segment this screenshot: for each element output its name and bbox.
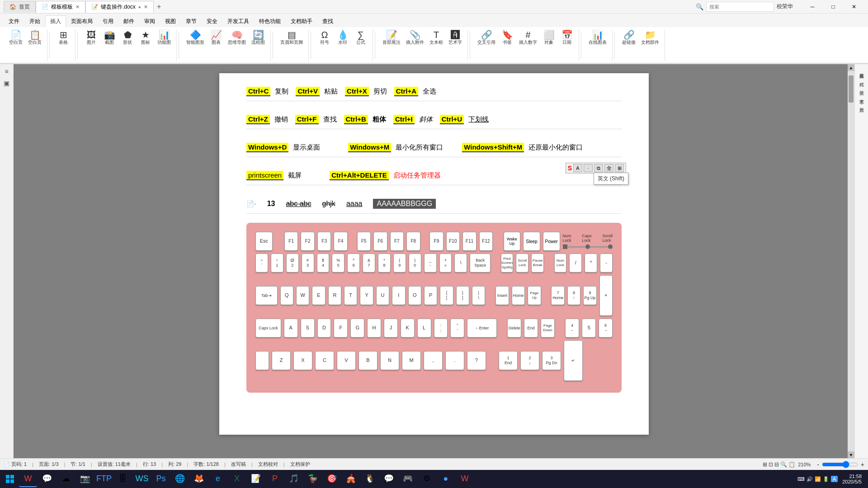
smart-shape-button[interactable]: 🔷智能图形 xyxy=(184,29,206,47)
key-c[interactable]: C xyxy=(315,351,334,370)
key-f4[interactable]: F4 xyxy=(334,232,348,251)
tab-layout[interactable]: 页面布局 xyxy=(66,15,98,27)
taskbar-firefox-button[interactable]: 🦊 xyxy=(190,471,208,487)
taskbar-game2-button[interactable]: 🎪 xyxy=(342,471,360,487)
key-6[interactable]: ^6 xyxy=(347,253,360,272)
key-q[interactable]: Q xyxy=(280,286,293,305)
ime-tray[interactable]: A xyxy=(831,476,838,482)
taskbar-blue-button[interactable]: ● xyxy=(437,471,455,487)
func-draw-button[interactable]: 📊功能图 xyxy=(156,29,173,47)
tab-reference[interactable]: 引用 xyxy=(98,15,118,27)
taskbar-notepad-button[interactable]: 📝 xyxy=(247,471,265,487)
taskbar-wechat-button[interactable]: 💬 xyxy=(38,471,56,487)
key-slash[interactable]: ? xyxy=(467,351,486,370)
key-f7[interactable]: F7 xyxy=(390,232,404,251)
key-h[interactable]: H xyxy=(367,319,381,338)
key-p[interactable]: P xyxy=(424,286,437,305)
key-e[interactable]: E xyxy=(312,286,325,305)
tab-doc-helper[interactable]: 文档助手 xyxy=(286,15,317,27)
tab-find[interactable]: 查找 xyxy=(317,15,338,27)
template-tab-close[interactable]: ✕ xyxy=(75,4,80,10)
key-2[interactable]: @2 xyxy=(286,253,299,272)
symbol-button[interactable]: Ω符号 xyxy=(316,29,333,47)
key-num2[interactable]: 2↓ xyxy=(520,351,539,370)
key-5[interactable]: %5 xyxy=(332,253,344,272)
key-f11[interactable]: F11 xyxy=(462,232,476,251)
status-protect[interactable]: 文档保护 xyxy=(290,461,310,468)
key-num1[interactable]: 1End xyxy=(499,351,518,370)
online-formula-button[interactable]: 📊在线图表 xyxy=(587,29,609,47)
zoom-in-button[interactable]: + xyxy=(861,461,864,468)
taskbar-qq-button[interactable]: 🐧 xyxy=(361,471,379,487)
key-f5[interactable]: F5 xyxy=(357,232,371,251)
key-n[interactable]: N xyxy=(380,351,399,370)
key-8[interactable]: *8 xyxy=(378,253,391,272)
tab-security[interactable]: 安全 xyxy=(202,15,222,27)
sidebar-nav[interactable]: ≡ xyxy=(1,66,12,77)
icon-button[interactable]: ★图标 xyxy=(137,29,154,47)
doc-tab-close[interactable]: ✕ xyxy=(144,4,148,10)
blank-page-button[interactable]: 📄空白页 xyxy=(7,29,24,47)
key-numstar[interactable]: * xyxy=(585,253,597,272)
key-printscreen[interactable]: PrintScreenSysRq xyxy=(501,253,514,272)
taskbar-msg-button[interactable]: 💬 xyxy=(380,471,398,487)
key-j[interactable]: J xyxy=(384,319,398,338)
tab-mail[interactable]: 邮件 xyxy=(118,15,139,27)
scroll-up-arrow[interactable]: ▲ xyxy=(848,64,854,71)
key-b[interactable]: B xyxy=(359,351,377,370)
key-num7[interactable]: 7Home xyxy=(551,286,564,305)
footnote-button[interactable]: 📝首部尾注 xyxy=(381,29,402,47)
key-pagedown[interactable]: PageDown xyxy=(541,319,555,338)
bookmark-button[interactable]: 🔖书签 xyxy=(499,29,515,47)
flow-button[interactable]: 🔄流程图 xyxy=(250,29,267,47)
right-sidebar-image[interactable]: 图片 xyxy=(857,100,866,108)
cross-ref-button[interactable]: 🔗交叉引用 xyxy=(476,29,497,47)
tab-review[interactable]: 审阅 xyxy=(139,15,160,27)
key-dot[interactable]: . xyxy=(445,351,464,370)
table-button[interactable]: ⊞表格 xyxy=(55,29,71,47)
key-capslock[interactable]: Caps Lock xyxy=(255,319,281,338)
key-power[interactable]: Power xyxy=(543,232,560,251)
right-sidebar-arttext[interactable]: 艺术字 xyxy=(857,92,866,100)
key-wakeup[interactable]: WakeUp xyxy=(504,232,521,251)
key-numslash[interactable]: / xyxy=(569,253,582,272)
file-embed-button[interactable]: 📁文档部件 xyxy=(639,29,661,47)
key-s[interactable]: S xyxy=(301,319,315,338)
tab-chapter[interactable]: 章节 xyxy=(181,15,202,27)
key-f12[interactable]: F12 xyxy=(479,232,493,251)
key-9[interactable]: (9 xyxy=(393,253,406,272)
key-home[interactable]: Home xyxy=(512,286,525,305)
key-enter[interactable]: ←Enter xyxy=(467,319,496,338)
key-f9[interactable]: F9 xyxy=(429,232,443,251)
taskbar-webstorm-button[interactable]: WS xyxy=(133,471,151,487)
taskbar-game3-button[interactable]: 🎮 xyxy=(399,471,417,487)
key-backslash[interactable]: \ xyxy=(454,253,467,272)
key-k[interactable]: K xyxy=(401,319,415,338)
key-bslash2[interactable]: |\ xyxy=(472,286,485,305)
key-pageup[interactable]: PageUp xyxy=(528,286,541,305)
key-7[interactable]: &7 xyxy=(363,253,375,272)
ime-copy-button[interactable]: ⧉ xyxy=(594,164,603,172)
ime-full-button[interactable]: 全 xyxy=(604,164,613,172)
key-g[interactable]: G xyxy=(350,319,364,338)
taskbar-wps2-button[interactable]: W xyxy=(456,471,474,487)
key-sleep[interactable]: Sleep xyxy=(523,232,540,251)
key-f2[interactable]: F2 xyxy=(301,232,315,251)
home-tab[interactable]: 🏠 首页 xyxy=(4,1,36,13)
close-button[interactable]: ✕ xyxy=(844,0,864,14)
textbox-button[interactable]: T文本框 xyxy=(428,29,445,47)
key-d[interactable]: D xyxy=(317,319,331,338)
tab-developer[interactable]: 开发工具 xyxy=(222,15,254,27)
sidebar-thumb[interactable]: ▣ xyxy=(1,78,12,89)
key-backspace[interactable]: BackSpace xyxy=(470,253,491,272)
taskbar-cloud-button[interactable]: ☁ xyxy=(57,471,75,487)
shape-button[interactable]: ⬟形状 xyxy=(119,29,136,47)
key-end[interactable]: End xyxy=(524,319,538,338)
key-m[interactable]: M xyxy=(402,351,421,370)
taskbar-chrome-button[interactable]: 🌐 xyxy=(171,471,189,487)
status-overwrite[interactable]: 改写稿 xyxy=(231,461,246,468)
taskbar-ie-button[interactable]: e xyxy=(209,471,227,487)
mindmap-button[interactable]: 🧠思维导图 xyxy=(226,29,248,47)
date-button[interactable]: 📅日期 xyxy=(559,29,575,47)
key-num8[interactable]: 8↑ xyxy=(567,286,580,305)
